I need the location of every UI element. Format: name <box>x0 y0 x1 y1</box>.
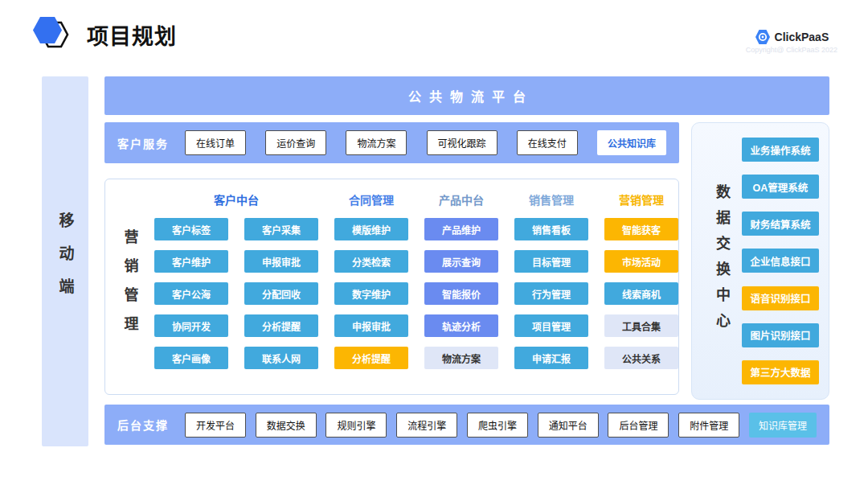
visual-tracking-button[interactable]: 可视化跟踪 <box>427 130 497 155</box>
business-operation-system-button[interactable]: 业务操作系统 <box>742 138 819 162</box>
grid-cell[interactable]: 申请汇报 <box>514 347 588 369</box>
rule-engine-button[interactable]: 规则引擎 <box>326 413 387 438</box>
logistics-plan-button[interactable]: 物流方案 <box>346 130 407 155</box>
data-exchange-panel: 数据交换中心 业务操作系统 OA管理系统 财务结算系统 企业信息接口 语音识别接… <box>691 122 829 400</box>
grid-cell[interactable]: 客户公海 <box>154 282 228 305</box>
hexagon-logo-icon <box>32 16 72 53</box>
grid-cell[interactable]: 申报审批 <box>334 314 408 337</box>
grid-cell[interactable]: 公共关系 <box>604 347 678 369</box>
brand-block: ClickPaaS Copyright@ ClickPaaS 2022 <box>746 29 837 55</box>
grid-cell[interactable]: 物流方案 <box>424 347 498 369</box>
grid-cell[interactable]: 目标管理 <box>514 250 588 273</box>
backend-support-label: 后台支撑 <box>117 417 169 433</box>
marketing-side-label-wrap: 营销管理 <box>105 179 154 394</box>
online-order-button[interactable]: 在线订单 <box>185 130 246 155</box>
notification-platform-button[interactable]: 通知平台 <box>538 413 599 438</box>
backend-support-bar: 后台支撑 开发平台 数据交换 规则引擎 流程引擎 爬虫引擎 通知平台 后台管理 … <box>104 405 829 445</box>
grid-header-customer-platform: 客户中台 <box>154 189 318 210</box>
data-exchange-label: 数据交换中心 <box>711 184 732 339</box>
marketing-side-label: 营销管理 <box>120 229 141 345</box>
grid-cell[interactable]: 申报审批 <box>244 250 318 273</box>
grid-cell[interactable]: 销售看板 <box>514 218 588 240</box>
customer-service-label: 客户服务 <box>117 135 169 151</box>
grid-cell[interactable]: 线索商机 <box>604 282 678 305</box>
customer-service-bar: 客户服务 在线订单 运价查询 物流方案 可视化跟踪 在线支付 公共知识库 <box>104 122 679 163</box>
third-party-bigdata-button[interactable]: 第三方大数据 <box>742 360 819 384</box>
grid-cell[interactable]: 智能获客 <box>604 218 678 240</box>
speech-recognition-api-button[interactable]: 语音识别接口 <box>742 286 819 310</box>
clickpaas-logo-icon <box>755 29 771 45</box>
grid-cell[interactable]: 工具合集 <box>604 314 678 337</box>
grid-wrap: 客户中台 合同管理 产品中台 销售管理 营销管理 客户标签 客户采集 模版维护 … <box>154 179 678 394</box>
grid-cell[interactable]: 分析提醒 <box>244 314 318 337</box>
data-exchange-buttons: 业务操作系统 OA管理系统 财务结算系统 企业信息接口 语音识别接口 图片识别接… <box>742 138 819 384</box>
grid-headers: 客户中台 合同管理 产品中台 销售管理 营销管理 <box>154 189 678 210</box>
crawler-engine-button[interactable]: 爬虫引擎 <box>467 413 528 438</box>
public-knowledge-base-button[interactable]: 公共知识库 <box>597 130 666 155</box>
grid-header-contract-management: 合同管理 <box>334 189 408 210</box>
enterprise-info-api-button[interactable]: 企业信息接口 <box>742 249 819 273</box>
mobile-side-bar: 移动端 <box>42 76 88 446</box>
grid-cell[interactable]: 数字维护 <box>334 282 408 305</box>
grid-cell[interactable]: 客户画像 <box>154 347 228 369</box>
knowledge-base-management-button[interactable]: 知识库管理 <box>749 413 817 438</box>
grid-cell[interactable]: 项目管理 <box>514 314 588 337</box>
grid-cell[interactable]: 产品维护 <box>424 218 498 240</box>
backend-support-buttons: 开发平台 数据交换 规则引擎 流程引擎 爬虫引擎 通知平台 后台管理 附件管理 … <box>185 413 817 438</box>
grid-cell[interactable]: 分类检索 <box>334 250 408 273</box>
brand-copyright: Copyright@ ClickPaaS 2022 <box>746 46 837 55</box>
freight-query-button[interactable]: 运价查询 <box>265 130 326 155</box>
top-banner-label: 公共物流平台 <box>400 86 534 105</box>
grid-cell[interactable]: 客户标签 <box>154 218 228 240</box>
grid-cell[interactable]: 分配回收 <box>244 282 318 305</box>
financial-settlement-system-button[interactable]: 财务结算系统 <box>742 212 819 236</box>
image-recognition-api-button[interactable]: 图片识别接口 <box>742 323 819 347</box>
grid-cell[interactable]: 协同开发 <box>154 314 228 337</box>
marketing-management-panel: 营销管理 客户中台 合同管理 产品中台 销售管理 营销管理 客户标签 客户采集 … <box>104 179 679 395</box>
page-header: 项目规划 <box>32 16 177 53</box>
grid-header-sales-management: 销售管理 <box>514 189 588 210</box>
brand-name: ClickPaaS <box>775 31 829 44</box>
top-banner: 公共物流平台 <box>104 76 829 115</box>
grid-cell[interactable]: 智能报价 <box>424 282 498 305</box>
customer-service-buttons: 在线订单 运价查询 物流方案 可视化跟踪 在线支付 公共知识库 <box>185 130 666 155</box>
mobile-side-bar-label: 移动端 <box>55 212 76 311</box>
grid-cell[interactable]: 行为管理 <box>514 282 588 305</box>
grid-cell[interactable]: 分析提醒 <box>334 347 408 369</box>
grid-cells: 客户标签 客户采集 模版维护 产品维护 销售看板 智能获客 客户维护 申报审批 … <box>154 218 678 369</box>
grid-cell[interactable]: 轨迹分析 <box>424 314 498 337</box>
online-payment-button[interactable]: 在线支付 <box>517 130 578 155</box>
process-engine-button[interactable]: 流程引擎 <box>396 413 457 438</box>
grid-cell[interactable]: 市场活动 <box>604 250 678 273</box>
data-exchange-label-wrap: 数据交换中心 <box>702 138 742 384</box>
attachment-management-button[interactable]: 附件管理 <box>678 413 739 438</box>
page-title: 项目规划 <box>87 19 177 51</box>
oa-management-system-button[interactable]: OA管理系统 <box>742 175 819 199</box>
grid-cell[interactable]: 联系人网 <box>244 347 318 369</box>
grid-header-product-platform: 产品中台 <box>424 189 498 210</box>
data-exchange-button[interactable]: 数据交换 <box>256 413 317 438</box>
grid-cell[interactable]: 客户采集 <box>244 218 318 240</box>
grid-header-marketing-management: 营销管理 <box>604 189 678 210</box>
grid-cell[interactable]: 展示查询 <box>424 250 498 273</box>
grid-cell[interactable]: 客户维护 <box>154 250 228 273</box>
backend-management-button[interactable]: 后台管理 <box>608 413 669 438</box>
dev-platform-button[interactable]: 开发平台 <box>185 413 246 438</box>
grid-cell[interactable]: 模版维护 <box>334 218 408 240</box>
